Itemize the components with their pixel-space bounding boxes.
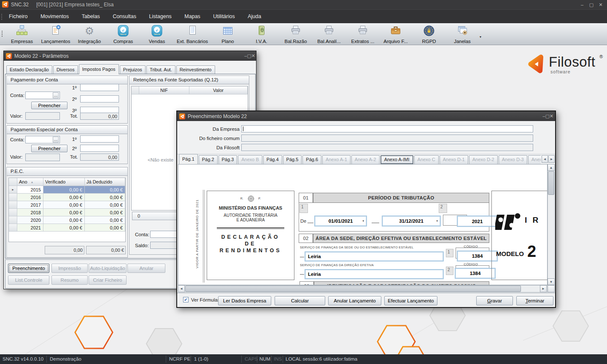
gravar-button[interactable]: Gravar [476, 296, 513, 305]
scroll-left-icon[interactable]: ◄ [178, 285, 185, 292]
da-filosoft-input[interactable] [241, 144, 533, 151]
lookup-ellipsis-icon[interactable]: … [53, 137, 59, 143]
impressao-button[interactable]: Impressão [51, 264, 88, 273]
anular-button[interactable]: Anular [127, 264, 165, 273]
cell-deduzido[interactable]: 0,00 € [85, 201, 125, 209]
toolbar-button-compras[interactable]: efatura Compras [105, 24, 141, 44]
pagamento-1-input[interactable] [80, 84, 119, 91]
toolbar-button-ext-bancarios[interactable]: Ext. Bancários [174, 24, 210, 44]
app-minimize-icon[interactable]: – [577, 2, 587, 7]
menu-consultas[interactable]: Consultas [107, 10, 142, 24]
cell-ano[interactable]: 2021 [17, 224, 43, 232]
col-verificado[interactable]: Verificado [43, 178, 85, 186]
auto-liquidacao-button[interactable]: Auto-Liquidação [89, 264, 127, 273]
app-close-icon[interactable]: ✕ [596, 2, 605, 8]
do-ficheiro-input[interactable] [241, 135, 533, 142]
toolbar-overflow-icon[interactable]: ▾ [480, 35, 481, 39]
calcular-button[interactable]: Calcular [275, 296, 325, 305]
preencher-button[interactable]: Preencher [31, 102, 67, 109]
parametros-titlebar[interactable]: Modelo 22 - Parâmetros –▢✕ [4, 51, 256, 61]
tab-prejuizos[interactable]: Prejuizos [120, 65, 146, 74]
dropdown-icon[interactable]: ▾ [436, 219, 438, 223]
col-valor[interactable]: Valor [189, 86, 248, 94]
sede-city-field[interactable]: Leiria [305, 251, 444, 262]
menu-movimentos[interactable]: Movimentos [35, 10, 74, 24]
menu-tabelas[interactable]: Tabelas [76, 10, 105, 24]
menu-listagens[interactable]: Listagens [143, 10, 177, 24]
tab-pag3[interactable]: Pág.3 [219, 155, 237, 164]
pagamento-2-input[interactable] [80, 95, 119, 102]
cell-ano[interactable]: 2018 [17, 209, 43, 216]
toolbar-button-arquivo[interactable]: Arquivo F... [378, 24, 414, 44]
cell-deduzido[interactable]: 0,00 € [85, 224, 125, 232]
tab-anexo-a-imi[interactable]: Anexo A-IMI [380, 155, 413, 164]
tab-anexo-d3[interactable]: Anexo D-3 [499, 155, 527, 164]
conta-input[interactable]: … [25, 92, 60, 99]
cell-verificado[interactable]: 0,00 € [43, 201, 85, 209]
cell-deduzido[interactable]: 0,00 € [85, 186, 125, 194]
maximize-icon[interactable]: ▢ [545, 113, 549, 119]
toolbar-button-integracao[interactable]: ⚙ Integração [71, 24, 108, 44]
conta-input[interactable]: … [25, 136, 60, 143]
tab-tribut-aut[interactable]: Tribut. Aut. [146, 65, 175, 74]
tab-pag4[interactable]: Pág.4 [263, 155, 282, 164]
toolbar-button-empresas[interactable]: Empresas [4, 24, 40, 44]
cell-verificado[interactable]: 0,00 € [43, 186, 85, 194]
cell-verificado[interactable]: 0,00 € [43, 224, 85, 232]
tab-pag5[interactable]: Pág.5 [283, 155, 302, 164]
terminar-button[interactable]: Terminar [516, 296, 553, 305]
menu-utilitarios[interactable]: Utilitários [208, 10, 240, 24]
menu-mapas[interactable]: Mapas [179, 10, 206, 24]
hscroll-thumb[interactable] [185, 286, 521, 292]
tab-pag2[interactable]: Pág.2 [199, 155, 218, 164]
tab-anexo-b[interactable]: Anexo B [238, 155, 262, 164]
cell-verificado[interactable]: 0,00 € [43, 194, 85, 201]
preenchimento-titlebar[interactable]: Preenchimento Modelo 22 –▢✕ [177, 111, 555, 121]
vscroll-thumb[interactable] [548, 171, 554, 195]
cell-verificado[interactable]: 0,00 € [43, 216, 85, 224]
maximize-icon[interactable]: ▢ [247, 53, 251, 58]
table-row[interactable]: 2017 0,00 € 0,00 € [9, 201, 125, 209]
tab-anexo-a2[interactable]: Anexo A-2 [351, 155, 380, 164]
scroll-down-icon[interactable]: ▼ [548, 278, 555, 285]
preencher-button[interactable]: Preencher [31, 145, 67, 152]
close-icon[interactable]: ✕ [251, 53, 255, 58]
tab-reinvestimento[interactable]: Reinvestimento [176, 65, 215, 74]
ler-dados-empresa-button[interactable]: Ler Dados Empresa [218, 296, 271, 305]
app-maximize-icon[interactable]: ▢ [587, 2, 596, 8]
efectuar-lancamento-button[interactable]: Efectuar Lançamento [384, 296, 437, 305]
especial-2-input[interactable] [80, 145, 119, 152]
tab-estado-declaracao[interactable]: Estado Declaração [6, 65, 52, 74]
cell-ano[interactable]: 2020 [17, 216, 43, 224]
da-empresa-input[interactable] [241, 125, 533, 132]
toolbar-button-vendas[interactable]: efatura Vendas [139, 24, 175, 44]
cell-ano[interactable]: 2016 [17, 194, 43, 201]
anular-lancamento-button[interactable]: Anular Lançamento [328, 296, 381, 305]
direcao-codigo-field[interactable]: 1384 [455, 268, 496, 279]
tab-anexo-c[interactable]: Anexo C [414, 155, 439, 164]
cell-deduzido[interactable]: 0,00 € [85, 209, 125, 216]
lookup-ellipsis-icon[interactable]: … [53, 92, 59, 98]
toolbar-button-plano[interactable]: Plano [210, 24, 246, 44]
table-row[interactable]: 2016 0,00 € 0,00 € [9, 194, 125, 201]
date-from-field[interactable]: 01/01/2021 ▾ [314, 216, 367, 226]
tab-anexo-d1[interactable]: Anexo D-1 [440, 155, 468, 164]
table-row-selected[interactable]: ▸ 2015 0,00 € 0,00 € [9, 186, 125, 194]
toolbar-button-bal-razao[interactable]: Bal.Razão [278, 24, 314, 44]
dropdown-icon[interactable]: ▾ [362, 219, 364, 223]
toolbar-button-janelas[interactable]: Janelas [444, 24, 480, 44]
tab-anexo-a1[interactable]: Anexo A-1 [322, 155, 351, 164]
table-row[interactable]: 2020 0,00 € 0,00 € [9, 216, 125, 224]
table-row[interactable]: 2018 0,00 € 0,00 € [9, 209, 125, 216]
scroll-right-icon[interactable]: ► [540, 285, 547, 292]
preenchimento-button[interactable]: Preenchimento [8, 264, 49, 273]
menu-ficheiro[interactable]: Ficheiro [3, 10, 33, 24]
cell-deduzido[interactable]: 0,00 € [85, 194, 125, 201]
toolbar-button-iva[interactable]: θ I.V.A. [243, 24, 280, 44]
tab-impostos-pagos[interactable]: Impostos Pagos [79, 64, 119, 74]
especial-1-input[interactable] [80, 135, 119, 143]
tab-pag1[interactable]: Pág.1 [179, 154, 198, 164]
col-ano[interactable]: Ano▲ [17, 178, 43, 186]
tab-diversos[interactable]: Diversos [53, 65, 78, 74]
toolbar-button-extratos[interactable]: Extratos ... [345, 24, 381, 44]
